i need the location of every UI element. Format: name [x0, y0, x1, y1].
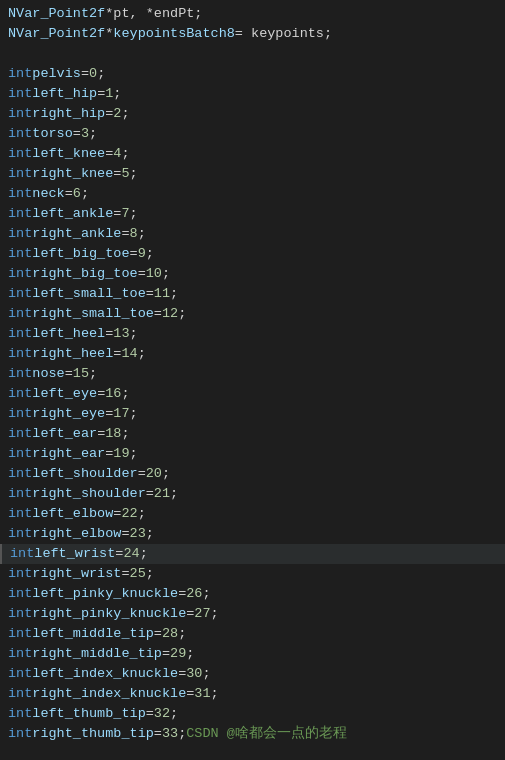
code-token-plain: ; — [81, 184, 89, 204]
code-line: int right_wrist = 25; — [0, 564, 505, 584]
code-token-kw: int — [8, 64, 32, 84]
code-token-var: right_pinky_knuckle — [32, 604, 186, 624]
code-token-plain: = — [97, 384, 105, 404]
code-token-num: 14 — [121, 344, 137, 364]
code-line: int right_elbow = 23; — [0, 524, 505, 544]
code-token-plain: = — [65, 364, 73, 384]
code-token-var: torso — [32, 124, 73, 144]
code-token-plain: = — [130, 244, 138, 264]
code-line: int left_small_toe = 11; — [0, 284, 505, 304]
code-token-kw: int — [8, 664, 32, 684]
code-token-var: left_elbow — [32, 504, 113, 524]
code-token-plain: = — [115, 544, 123, 564]
code-token-kw: int — [8, 264, 32, 284]
code-token-plain: = — [186, 604, 194, 624]
code-token-num: 5 — [121, 164, 129, 184]
code-token-kw: int — [8, 384, 32, 404]
code-token-num: 30 — [186, 664, 202, 684]
code-token-plain: ; — [186, 644, 194, 664]
code-line: int left_shoulder = 20; — [0, 464, 505, 484]
code-token-plain: ; — [130, 444, 138, 464]
code-line: int neck = 6; — [0, 184, 505, 204]
code-token-var: left_index_knuckle — [32, 664, 178, 684]
code-line: int right_small_toe = 12; — [0, 304, 505, 324]
code-token-var: left_small_toe — [32, 284, 145, 304]
code-line: int right_heel = 14; — [0, 344, 505, 364]
code-token-var: left_eye — [32, 384, 97, 404]
code-line: int left_ear = 18; — [0, 424, 505, 444]
code-token-num: 33 — [162, 724, 178, 744]
code-token-num: 6 — [73, 184, 81, 204]
code-token-kw: int — [8, 504, 32, 524]
code-line: int left_wrist = 24; — [0, 544, 505, 564]
code-token-plain: = — [121, 524, 129, 544]
code-line: int left_big_toe = 9; — [0, 244, 505, 264]
code-token-var: right_ankle — [32, 224, 121, 244]
code-token-kw: int — [8, 364, 32, 384]
code-token-plain: = — [178, 584, 186, 604]
code-token-kw: int — [8, 144, 32, 164]
code-token-kw: int — [8, 644, 32, 664]
code-token-plain: *pt, *endPt; — [105, 4, 202, 24]
code-token-num: 31 — [194, 684, 210, 704]
code-token-var: left_shoulder — [32, 464, 137, 484]
code-token-var: right_knee — [32, 164, 113, 184]
code-token-plain: = — [146, 704, 154, 724]
code-token-var: left_heel — [32, 324, 105, 344]
code-token-kw: int — [8, 164, 32, 184]
code-token-var: left_hip — [32, 84, 97, 104]
code-line: int left_middle_tip = 28; — [0, 624, 505, 644]
code-token-plain: = — [97, 424, 105, 444]
code-line: int right_middle_tip = 29; — [0, 644, 505, 664]
code-token-kw: int — [8, 464, 32, 484]
code-token-plain: = — [113, 344, 121, 364]
code-token-num: 32 — [154, 704, 170, 724]
code-line: int right_ankle = 8; — [0, 224, 505, 244]
code-token-var: NVar_Point2f — [8, 24, 105, 44]
code-token-plain: ; — [121, 144, 129, 164]
code-token-var: neck — [32, 184, 64, 204]
code-token-plain: = — [105, 404, 113, 424]
code-token-plain: ; — [146, 524, 154, 544]
code-token-kw: int — [8, 444, 32, 464]
code-token-kw: int — [8, 684, 32, 704]
code-token-kw: int — [8, 284, 32, 304]
code-token-var: right_ear — [32, 444, 105, 464]
code-token-kw: int — [8, 204, 32, 224]
code-token-plain: ; — [130, 324, 138, 344]
code-token-var: left_ankle — [32, 204, 113, 224]
code-token-plain: ; — [138, 504, 146, 524]
code-token-plain: ; — [202, 664, 210, 684]
code-line: int left_pinky_knuckle = 26; — [0, 584, 505, 604]
code-token-var: right_wrist — [32, 564, 121, 584]
code-token-plain: = — [154, 724, 162, 744]
code-token-num: 13 — [113, 324, 129, 344]
code-token-plain: = — [105, 444, 113, 464]
code-token-kw: int — [8, 564, 32, 584]
code-token-plain: ; — [146, 564, 154, 584]
code-token-plain: = — [121, 224, 129, 244]
code-token-var: right_eye — [32, 404, 105, 424]
code-token-plain: ; — [97, 64, 105, 84]
code-token-plain: ; — [146, 244, 154, 264]
code-token-plain: ; — [162, 264, 170, 284]
code-editor: NVar_Point2f *pt, *endPt;NVar_Point2f* k… — [0, 0, 505, 760]
code-token-plain: = — [146, 484, 154, 504]
code-token-var: pelvis — [32, 64, 81, 84]
code-line: int left_index_knuckle = 30; — [0, 664, 505, 684]
code-token-plain: = — [138, 264, 146, 284]
code-token-plain: = — [138, 464, 146, 484]
code-token-var: left_wrist — [34, 544, 115, 564]
code-token-plain: = — [73, 124, 81, 144]
code-token-plain: * — [105, 24, 113, 44]
code-token-plain: ; — [140, 544, 148, 564]
code-token-plain: = — [154, 624, 162, 644]
code-token-num: 11 — [154, 284, 170, 304]
code-token-plain: = — [162, 644, 170, 664]
code-token-var: right_big_toe — [32, 264, 137, 284]
code-token-plain: ; — [170, 484, 178, 504]
code-token-comment: CSDN @啥都会一点的老程 — [186, 724, 347, 744]
code-token-plain: = — [154, 304, 162, 324]
code-token-num: 18 — [105, 424, 121, 444]
code-token-num: 26 — [186, 584, 202, 604]
